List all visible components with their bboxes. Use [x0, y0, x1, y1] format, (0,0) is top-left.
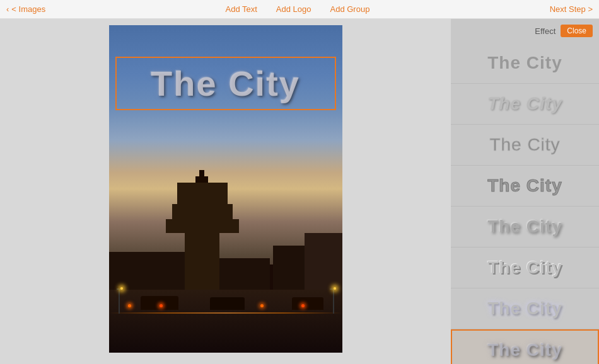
close-button[interactable]: Close	[561, 25, 593, 37]
next-step-button[interactable]: Next Step >	[550, 4, 593, 14]
effects-list: The CityThe CityThe CityThe CityThe City…	[451, 43, 599, 364]
back-button[interactable]: ‹ < Images	[6, 4, 45, 14]
effect-text-2: The City	[487, 94, 562, 114]
effect-item-8[interactable]: The City	[451, 329, 599, 364]
effect-item-7[interactable]: The City	[451, 288, 599, 329]
nav-center: Add Text Add Logo Add Group	[225, 4, 369, 14]
back-arrow-icon: ‹	[6, 4, 9, 14]
effect-label: Effect	[535, 26, 555, 36]
effect-text-1: The City	[487, 53, 562, 73]
back-label[interactable]: < Images	[11, 4, 45, 14]
effect-item-5[interactable]: The City	[451, 207, 599, 247]
effect-item-2[interactable]: The City	[451, 84, 599, 125]
effect-item-3[interactable]: The City	[451, 125, 599, 166]
top-nav: ‹ < Images Add Text Add Logo Add Group N…	[0, 0, 599, 19]
overlay-text: The City	[151, 63, 300, 104]
add-text-button[interactable]: Add Text	[225, 4, 257, 14]
effect-item-4[interactable]: The City	[451, 166, 599, 207]
effect-text-4: The City	[487, 176, 562, 196]
effect-text-7: The City	[487, 299, 562, 319]
effect-item-1[interactable]: The City	[451, 43, 599, 84]
add-group-button[interactable]: Add Group	[330, 4, 370, 14]
right-panel: Effect Close The CityThe CityThe CityThe…	[451, 19, 599, 364]
add-logo-button[interactable]: Add Logo	[276, 4, 311, 14]
effect-header: Effect Close	[451, 19, 599, 43]
effect-text-8: The City	[487, 340, 562, 360]
effect-item-6[interactable]: The City	[451, 247, 599, 288]
effect-text-6: The City	[487, 258, 562, 278]
image-container[interactable]: The City	[109, 25, 342, 353]
effect-text-3: The City	[489, 135, 560, 155]
left-panel: The City	[0, 19, 451, 364]
effect-text-5: The City	[487, 217, 562, 237]
next-step-label: Next Step >	[550, 4, 593, 14]
main-content: The City Effect Close The CityThe CityTh…	[0, 19, 599, 364]
text-overlay-box[interactable]: The City	[115, 57, 336, 110]
